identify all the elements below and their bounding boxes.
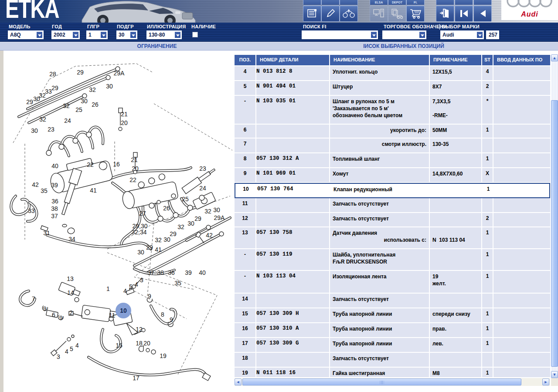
table-row[interactable]: 15057 130 309 HТруба напорной линииспере… [235, 308, 550, 323]
column-header-num[interactable]: НОМЕР ДЕТАЛИ [256, 55, 329, 65]
chevron-down-icon[interactable] [371, 31, 377, 38]
diagram-callout-4[interactable]: 4 [65, 348, 68, 355]
diagram-callout-35[interactable]: 35 [174, 280, 181, 287]
chassis-button[interactable] [340, 5, 358, 22]
diagram-callout-29[interactable]: 29 [146, 244, 153, 251]
diagram-callout-3[interactable]: 3 [57, 353, 60, 360]
scroll-down-button[interactable]: ▼ [551, 371, 558, 378]
glgr-select[interactable]: 1 [86, 30, 108, 39]
search-fi-select[interactable] [302, 30, 378, 39]
diagram-callout-20[interactable]: 20 [121, 119, 128, 126]
diagram-callout-9[interactable]: 9 [148, 293, 151, 300]
diagram-callout-5[interactable]: 5 [129, 283, 133, 290]
diagram-callout-29[interactable]: 29 [51, 84, 58, 91]
back-button[interactable] [473, 5, 492, 22]
chevron-down-icon[interactable] [100, 31, 107, 38]
diagram-callout-3[interactable]: 3 [140, 277, 143, 284]
diagram-callout-21[interactable]: 21 [131, 156, 138, 163]
table-row[interactable]: 6укоротить до:50ММ1 [235, 125, 550, 139]
trade-designation-select[interactable] [382, 30, 426, 39]
diagram-callout-18[interactable]: 18 [136, 340, 143, 347]
brand-select[interactable]: Audi [440, 30, 484, 39]
diagram-callout-1[interactable]: 1 [106, 285, 110, 292]
chevron-down-icon[interactable] [130, 31, 136, 38]
table-row[interactable]: 5N 901 494 01Штуцер8X72 [235, 81, 550, 96]
diagram-callout-12[interactable]: 12 [136, 326, 143, 333]
diagram-callout-29[interactable]: 29 [26, 98, 33, 105]
diagram-callout-4[interactable]: 4 [123, 287, 127, 294]
elsa-button[interactable] [370, 5, 388, 22]
diagram-callout-29A[interactable]: 29A [114, 70, 125, 77]
column-header-input[interactable]: ВВОД ДАННЫХ ПО [493, 55, 550, 65]
diagram-callout-25[interactable]: 25 [182, 196, 189, 203]
diagram-callout-36[interactable]: 36 [168, 269, 175, 276]
diagram-callout-26[interactable]: 26 [163, 205, 170, 212]
diagram-callout-38[interactable]: 38 [51, 205, 58, 212]
horizontal-scroll-thumb[interactable] [242, 378, 521, 385]
diagram-callout-37[interactable]: 37 [51, 213, 58, 220]
diagram-callout-13[interactable]: 13 [67, 275, 74, 282]
diagram-callout-30[interactable]: 30 [137, 249, 144, 256]
horizontal-scrollbar[interactable]: ◄ ► [235, 378, 550, 386]
table-row[interactable]: 19N 011 118 16Гайка шестиграннаяM81 [235, 368, 550, 378]
diagram-callout-32[interactable]: 32 [39, 116, 46, 123]
cart-button[interactable] [406, 5, 425, 22]
illustration-select[interactable]: 130-80 [146, 30, 182, 39]
chevron-down-icon[interactable] [419, 31, 425, 38]
diagram-callout-30[interactable]: 30 [106, 83, 113, 90]
table-row[interactable]: 13057 130 758Датчик давленияиспользовать… [235, 227, 550, 249]
model-select[interactable]: A8Q [8, 30, 44, 39]
diagram-callout-31[interactable]: 31 [43, 230, 50, 237]
table-row[interactable]: -N 103 035 01Шланг в рулонах по 5 м'Зака… [235, 96, 550, 125]
table-row[interactable]: 4N 013 812 8Уплотнит. кольцо12X15,54 [235, 66, 550, 81]
diagram-callout-29[interactable]: 29 [194, 215, 201, 222]
table-row[interactable]: -057 130 119Шайба, уплотнительнаяFљR DRU… [235, 249, 550, 271]
diagram-callout-32[interactable]: 32 [204, 208, 211, 215]
diagram-callout-8[interactable]: 8 [161, 311, 164, 318]
diagram-callout-39[interactable]: 39 [51, 182, 58, 189]
scroll-up-button[interactable]: ▲ [551, 54, 558, 61]
diagram-callout-30[interactable]: 30 [81, 98, 88, 105]
chevron-down-icon[interactable] [476, 31, 483, 38]
scroll-left-button[interactable]: ◄ [235, 378, 242, 385]
table-row[interactable]: 11Запчасть отсутствует [235, 198, 550, 213]
diagram-callout-36[interactable]: 36 [51, 198, 58, 205]
table-row[interactable]: 8057 130 312 AТопливный шланг1 [235, 153, 550, 168]
diagram-callout-25[interactable]: 25 [75, 106, 82, 113]
vertical-scroll-thumb[interactable] [551, 100, 558, 367]
diagram-callout-9[interactable]: 9 [59, 314, 63, 321]
diagram-callout-2[interactable]: 2 [69, 309, 73, 316]
table-row-selected[interactable]: 10057 130 764Клапан редукционный1 [235, 183, 550, 198]
diagram-callout-22[interactable]: 22 [87, 161, 94, 168]
diagram-callout-15[interactable]: 15 [116, 342, 122, 349]
diagram-callout-28[interactable]: 28 [49, 71, 56, 78]
diagram-callout-26[interactable]: 26 [92, 101, 99, 108]
table-row[interactable]: 14Запчасть отсутствует [235, 294, 550, 308]
table-row[interactable]: 12Запчасть отсутствует2 [235, 213, 550, 227]
diagram-callout-24[interactable]: 24 [64, 117, 71, 124]
edit-button[interactable] [321, 5, 340, 22]
column-header-note[interactable]: ПРИМЕЧАНИЕ [430, 55, 481, 65]
diagram-callout-30[interactable]: 30 [213, 206, 220, 213]
diagram-callout-29A[interactable]: 29A [214, 214, 225, 221]
table-row[interactable]: -N 103 113 04Изоляционная лента19желт.1 [235, 271, 550, 294]
chevron-down-icon[interactable] [36, 31, 43, 38]
diagram-callout-30[interactable]: 30 [31, 127, 38, 134]
diagram-callout-39[interactable]: 39 [185, 269, 192, 276]
diagram-callout-33[interactable]: 33 [28, 207, 35, 214]
diagram-callout-17[interactable]: 17 [133, 375, 140, 382]
diagram-callout-27[interactable]: 27 [139, 210, 146, 217]
table-row[interactable]: 16057 130 310 AТруба напорной линииправ.… [235, 323, 550, 338]
diagram-callout-10[interactable]: 10 [116, 303, 131, 318]
vertical-scrollbar[interactable]: ▲ ▼ [551, 54, 558, 378]
table-row[interactable]: 7смотри иллюстр.130-35 [235, 139, 550, 153]
availability-checkbox[interactable] [192, 32, 198, 37]
diagram-callout-16[interactable]: 16 [113, 161, 120, 168]
diagram-callout-4[interactable]: 4 [75, 342, 79, 349]
parts-list-button[interactable] [303, 5, 321, 22]
diagram-callout-21[interactable]: 21 [121, 111, 128, 118]
diagram-callout-42[interactable]: 42 [206, 232, 213, 239]
diagram-callout-7[interactable]: 7 [32, 295, 35, 302]
diagram-callout-14[interactable]: 14 [67, 289, 74, 296]
first-button[interactable] [455, 5, 473, 22]
